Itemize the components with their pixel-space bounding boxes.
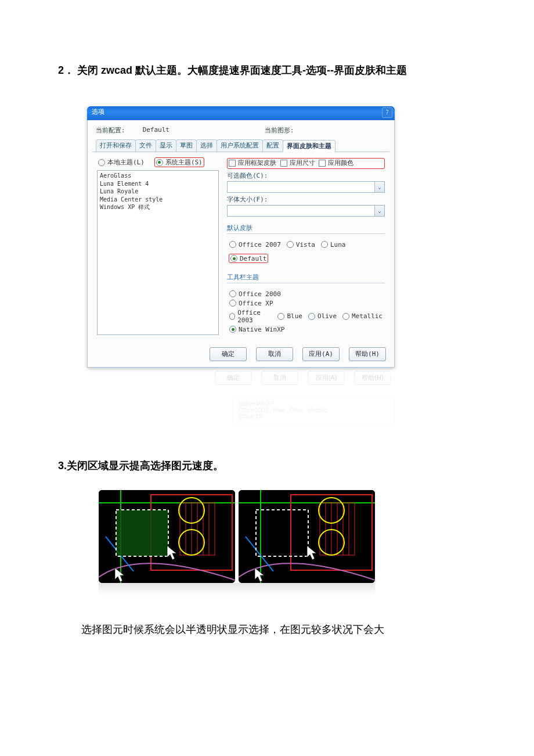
radio-tb-blue[interactable]: Blue — [277, 309, 302, 324]
check-apply-size[interactable]: 应用尺寸 — [280, 159, 315, 167]
checkbox-icon — [280, 160, 287, 167]
section-2-prefix: 2． — [58, 64, 74, 76]
section-3-heading: 3.关闭区域显示提高选择图元速度。 — [58, 459, 476, 473]
radio-skin-default[interactable]: Default — [230, 255, 266, 262]
color-combo-label: 可选颜色(C): — [227, 171, 385, 180]
cad-reflection — [99, 583, 375, 596]
drawing-value — [311, 126, 363, 135]
help-icon: ? — [385, 109, 389, 116]
toolbar-theme-group: 工具栏主题 — [227, 273, 385, 283]
color-combo[interactable]: ⌄ — [227, 181, 385, 193]
section-2-heading: 2． 关闭 zwcad 默认主题。大幅度提速界面速度工具-选项--界面皮肤和主题 — [58, 58, 476, 83]
radio-tb-native-winxp[interactable]: Native WinXP — [229, 326, 383, 333]
section-3-paragraph: 选择图元时候系统会以半透明状显示选择，在图元较多状况下会大 — [81, 619, 476, 640]
tab-file[interactable]: 文件 — [135, 139, 156, 152]
titlebar-help-button[interactable]: ? — [382, 107, 392, 118]
help-button[interactable]: 帮助(H) — [349, 347, 386, 361]
radio-icon — [156, 159, 163, 166]
apply-button[interactable]: 应用(A) — [302, 347, 340, 361]
tab-bar: 打开和保存 文件 显示 草图 选择 用户系统配置 配置 界面皮肤和主题 — [92, 139, 389, 152]
tab-display[interactable]: 显示 — [156, 139, 176, 152]
dialog-titlebar[interactable]: 选项 ? — [87, 106, 395, 120]
checkbox-icon — [229, 160, 236, 167]
radio-tb-metallic[interactable]: Metallic — [342, 309, 383, 324]
tab-open-save[interactable]: 打开和保存 — [96, 139, 136, 152]
check-apply-frame-skin[interactable]: 应用框架皮肤 — [229, 159, 276, 167]
cad-comparison-images — [99, 490, 476, 583]
list-item[interactable]: Luna Royale — [100, 188, 216, 196]
options-dialog: 选项 ? 当前配置: Default 当前图形: 打开和保存 文件 显示 草 — [87, 106, 395, 368]
drawing-label: 当前图形: — [265, 126, 294, 135]
list-item[interactable]: AeroGlass — [100, 172, 216, 180]
radio-local-theme[interactable]: 本地主题(L) — [98, 158, 145, 167]
section-3-prefix: 3. — [58, 460, 67, 471]
tab-profiles[interactable]: 配置 — [262, 139, 283, 152]
radio-skin-luna[interactable]: Luna — [321, 241, 346, 249]
default-skin-group: 默认皮肤 — [227, 224, 385, 234]
check-apply-color[interactable]: 应用颜色 — [319, 159, 353, 167]
font-combo-label: 字体大小(F): — [227, 195, 385, 204]
cancel-button[interactable]: 取消 — [256, 347, 293, 361]
checkbox-icon — [319, 160, 326, 167]
radio-tb-office2003[interactable]: Office 2003 — [229, 309, 272, 324]
list-item[interactable]: Windows XP 样式 — [100, 203, 216, 211]
tab-draft[interactable]: 草图 — [176, 139, 197, 152]
section-3-text: 关闭区域显示提高选择图元速度。 — [67, 460, 223, 471]
dialog-title: 选项 — [92, 108, 104, 116]
list-item[interactable]: Luna Element 4 — [100, 180, 216, 188]
radio-skin-vista[interactable]: Vista — [287, 241, 315, 249]
font-size-combo[interactable]: ⌄ — [227, 205, 385, 217]
tab-user-config[interactable]: 用户系统配置 — [217, 139, 263, 152]
tab-selection[interactable]: 选择 — [196, 139, 217, 152]
section-2-text: 关闭 zwcad 默认主题。大幅度提速界面速度工具-选项--界面皮肤和主题 — [77, 64, 407, 76]
tab-skin-theme[interactable]: 界面皮肤和主题 — [283, 140, 335, 152]
profile-value: Default — [143, 126, 195, 135]
svg-rect-13 — [116, 510, 168, 556]
chevron-down-icon[interactable]: ⌄ — [374, 182, 384, 192]
radio-tb-office2000[interactable]: Office 2000 — [229, 290, 383, 298]
dialog-reflection: 确定 取消 应用(A) 帮助(H) Native WinXP Office 20… — [87, 368, 395, 424]
radio-icon — [98, 159, 105, 166]
radio-system-theme[interactable]: 系统主题(S) — [156, 158, 203, 167]
radio-tb-olive[interactable]: Olive — [308, 309, 337, 324]
radio-tb-officexp[interactable]: Office XP — [229, 300, 383, 307]
list-item[interactable]: Media Center style — [100, 196, 216, 204]
cad-selection-outline — [239, 490, 375, 583]
theme-listbox[interactable]: AeroGlass Luna Element 4 Luna Royale Med… — [97, 170, 219, 335]
cad-selection-filled — [99, 490, 235, 583]
radio-skin-office2007[interactable]: Office 2007 — [229, 241, 281, 249]
chevron-down-icon[interactable]: ⌄ — [374, 206, 384, 216]
ok-button[interactable]: 确定 — [210, 347, 247, 361]
profile-label: 当前配置: — [96, 126, 125, 135]
